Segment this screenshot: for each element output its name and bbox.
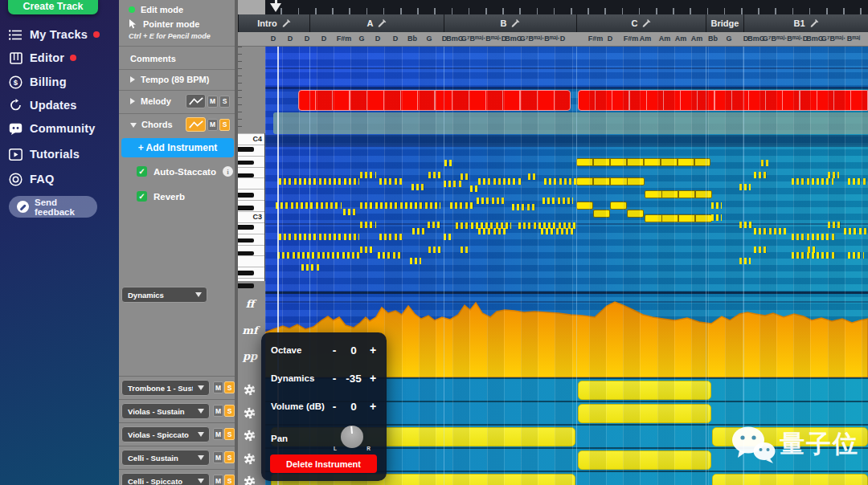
staccato-note-run[interactable] (828, 172, 839, 178)
edit-mode-indicator[interactable]: Edit mode (129, 5, 183, 14)
staccato-note-run[interactable] (444, 160, 452, 166)
instrument-solo-button[interactable]: S (224, 451, 235, 463)
volume-increase-button[interactable]: + (367, 400, 379, 413)
chord-region-bar[interactable] (273, 112, 868, 134)
comments-button[interactable]: Comments (130, 54, 176, 63)
instrument-solo-button[interactable]: S (224, 405, 235, 417)
staccato-note-run[interactable] (754, 228, 786, 234)
sidebar-item-tutorials[interactable]: Tutorials (0, 145, 119, 163)
melody-automation-curve-button[interactable] (186, 94, 206, 108)
instrument-region-block[interactable] (578, 404, 711, 423)
staccato-note-run[interactable] (792, 234, 836, 240)
sustained-note[interactable] (645, 214, 712, 222)
staccato-note-run[interactable] (461, 173, 469, 180)
instrument-solo-button[interactable]: S (224, 475, 235, 485)
instrument-dropdown[interactable]: Violas - Sustain (121, 403, 210, 419)
black-key[interactable] (238, 238, 254, 243)
black-key[interactable] (238, 206, 254, 210)
volume-decrease-button[interactable]: - (329, 400, 340, 413)
staccato-note-run[interactable] (754, 172, 768, 178)
staccato-note-run[interactable] (279, 234, 359, 240)
sidebar-item-community[interactable]: Community (0, 120, 119, 137)
staccato-note-run[interactable] (444, 234, 451, 240)
tempo-section-header[interactable]: Tempo (89 BPM) (130, 75, 209, 84)
section-a[interactable]: A (309, 14, 444, 32)
staccato-note-run[interactable] (528, 173, 536, 180)
staccato-note-run[interactable] (450, 202, 474, 209)
sustained-note[interactable] (576, 202, 593, 210)
info-icon[interactable]: i (223, 166, 233, 177)
staccato-note-run[interactable] (761, 160, 768, 166)
instrument-settings-gear-icon[interactable] (243, 452, 256, 466)
staccato-note-run[interactable] (711, 202, 722, 209)
black-key[interactable] (238, 173, 254, 178)
rename-pencil-icon[interactable] (377, 18, 387, 29)
sidebar-item-my-tracks[interactable]: My Tracks (0, 26, 119, 43)
staccato-note-run[interactable] (360, 202, 440, 209)
melody-track-header[interactable]: Melody (130, 96, 171, 106)
staccato-note-run[interactable] (379, 178, 402, 185)
instrument-region-block[interactable] (578, 381, 711, 400)
sidebar-item-faq[interactable]: FAQ (0, 170, 119, 188)
staccato-note-run[interactable] (512, 204, 536, 210)
sustained-note[interactable] (593, 210, 610, 218)
chords-solo-button[interactable]: S (219, 119, 230, 131)
staccato-note-run[interactable] (360, 247, 375, 253)
staccato-note-run[interactable] (301, 264, 319, 271)
auto-staccato-checkbox[interactable]: ✓ (137, 166, 147, 177)
staccato-note-run[interactable] (792, 178, 833, 185)
staccato-note-run[interactable] (739, 258, 751, 264)
staccato-note-run[interactable] (848, 252, 864, 259)
instrument-region-block[interactable] (578, 450, 711, 470)
send-feedback-button[interactable]: Send feedback (9, 196, 97, 218)
delete-instrument-button[interactable]: Delete Instrument (270, 454, 377, 473)
staccato-note-run[interactable] (478, 178, 522, 185)
black-key[interactable] (238, 147, 254, 152)
staccato-note-run[interactable] (428, 172, 444, 178)
dynamics-increase-button[interactable]: + (367, 372, 379, 385)
staccato-note-run[interactable] (360, 222, 376, 228)
staccato-note-run[interactable] (428, 222, 442, 228)
section-b1[interactable]: B1 (743, 14, 868, 32)
sustained-note[interactable] (610, 202, 627, 210)
staccato-note-run[interactable] (343, 209, 357, 215)
instrument-mute-button[interactable]: M (213, 428, 223, 440)
instrument-dropdown[interactable]: Trombone 1 - Susta (121, 380, 210, 396)
instrument-dropdown[interactable]: Celli - Spiccato (121, 473, 210, 485)
staccato-note-run[interactable] (276, 202, 342, 209)
staccato-note-run[interactable] (410, 258, 421, 264)
melody-region-bar[interactable] (298, 90, 571, 111)
staccato-note-run[interactable] (277, 252, 359, 259)
sustained-note[interactable] (576, 177, 645, 185)
rename-pencil-icon[interactable] (641, 18, 651, 29)
sustained-note[interactable] (627, 210, 644, 218)
instrument-settings-gear-icon[interactable] (243, 429, 256, 442)
instrument-region-block[interactable] (712, 474, 868, 485)
instrument-settings-gear-icon[interactable] (243, 406, 256, 420)
instrument-solo-button[interactable]: S (224, 428, 235, 440)
add-instrument-button[interactable]: + Add Instrument (121, 138, 234, 157)
rename-pencil-icon[interactable] (809, 18, 819, 29)
black-key[interactable] (238, 225, 254, 230)
staccato-note-run[interactable] (792, 252, 836, 259)
staccato-note-run[interactable] (411, 184, 424, 190)
black-key[interactable] (238, 161, 254, 165)
octave-increase-button[interactable]: + (367, 344, 379, 357)
playhead-marker[interactable] (270, 3, 281, 12)
chords-track-header[interactable]: Chords (130, 120, 173, 129)
staccato-note-run[interactable] (477, 198, 506, 204)
piano-keyboard[interactable]: C4 C3 (238, 133, 265, 281)
staccato-note-run[interactable] (379, 234, 403, 240)
staccato-note-run[interactable] (541, 228, 575, 234)
staccato-note-run[interactable] (754, 247, 767, 253)
instrument-mute-button[interactable]: M (213, 405, 223, 417)
staccato-note-run[interactable] (542, 198, 573, 204)
instrument-settings-gear-icon[interactable] (243, 475, 256, 485)
reverb-checkbox[interactable]: ✓ (137, 191, 147, 202)
instrument-solo-button[interactable]: S (224, 381, 235, 393)
staccato-note-run[interactable] (444, 181, 461, 187)
staccato-note-run[interactable] (739, 222, 752, 228)
sidebar-item-updates[interactable]: Updates (0, 96, 119, 114)
octave-decrease-button[interactable]: - (329, 344, 340, 357)
black-key[interactable] (238, 283, 254, 288)
